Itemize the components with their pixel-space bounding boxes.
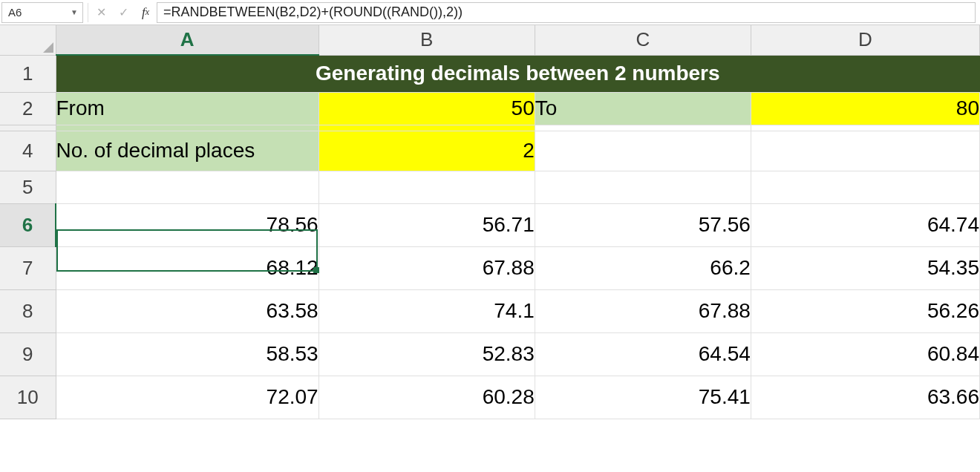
- cell-B9[interactable]: 52.83: [318, 332, 535, 376]
- row-head-10[interactable]: 10: [0, 376, 56, 419]
- cell-D2[interactable]: 80: [751, 92, 979, 125]
- row-2: 2 From 50 To 80: [0, 92, 980, 125]
- cell-C6[interactable]: 57.56: [535, 203, 751, 246]
- cell-B6[interactable]: 56.71: [318, 203, 535, 246]
- cell-B3[interactable]: [318, 125, 535, 131]
- row-4: 4 No. of decimal places 2: [0, 131, 980, 171]
- column-header-row: A B C D: [0, 25, 980, 55]
- cell-A7[interactable]: 68.12: [56, 246, 318, 289]
- enter-icon[interactable]: ✓: [112, 2, 134, 23]
- row-7: 7 68.12 67.88 66.2 54.35: [0, 246, 980, 289]
- spreadsheet-grid: A B C D 1 Generating decimals between 2 …: [0, 25, 980, 419]
- name-box-value: A6: [8, 6, 22, 19]
- cell-C3[interactable]: [535, 125, 751, 131]
- cell-A8[interactable]: 63.58: [56, 289, 318, 332]
- row-head-9[interactable]: 9: [0, 332, 56, 376]
- cell-C4[interactable]: [535, 131, 751, 171]
- cell-C10[interactable]: 75.41: [535, 376, 751, 419]
- grid-table: A B C D 1 Generating decimals between 2 …: [0, 25, 980, 419]
- cell-D3[interactable]: [751, 125, 979, 131]
- cell-A4[interactable]: No. of decimal places: [56, 131, 318, 171]
- cell-C8[interactable]: 67.88: [535, 289, 751, 332]
- cell-A3[interactable]: [56, 125, 318, 131]
- row-head-7[interactable]: 7: [0, 246, 56, 289]
- cell-B2[interactable]: 50: [318, 92, 535, 125]
- select-all-corner[interactable]: [0, 25, 56, 55]
- cell-C2[interactable]: To: [535, 92, 751, 125]
- cell-A9[interactable]: 58.53: [56, 332, 318, 376]
- dropdown-icon[interactable]: ▼: [71, 8, 78, 16]
- row-head-5[interactable]: 5: [0, 171, 56, 203]
- row-10: 10 72.07 60.28 75.41 63.66: [0, 376, 980, 419]
- cell-B5[interactable]: [318, 171, 535, 203]
- cancel-icon[interactable]: ✕: [90, 2, 112, 23]
- cell-D7[interactable]: 54.35: [751, 246, 979, 289]
- cell-A2[interactable]: From: [56, 92, 318, 125]
- col-head-A[interactable]: A: [56, 25, 318, 55]
- formula-text: =RANDBETWEEN(B2,D2)+(ROUND((RAND()),2)): [163, 4, 463, 20]
- separator: [88, 3, 88, 22]
- row-head-6[interactable]: 6: [0, 203, 56, 246]
- cell-D10[interactable]: 63.66: [751, 376, 979, 419]
- cell-C9[interactable]: 64.54: [535, 332, 751, 376]
- cell-D4[interactable]: [751, 131, 979, 171]
- row-5: 5: [0, 171, 980, 203]
- cell-D6[interactable]: 64.74: [751, 203, 979, 246]
- row-9: 9 58.53 52.83 64.54 60.84: [0, 332, 980, 376]
- col-head-D[interactable]: D: [751, 25, 979, 55]
- title-cell[interactable]: Generating decimals between 2 numbers: [56, 55, 979, 92]
- row-6: 6 78.56 56.71 57.56 64.74: [0, 203, 980, 246]
- name-box[interactable]: A6 ▼: [1, 2, 83, 23]
- cell-D5[interactable]: [751, 171, 979, 203]
- formula-bar: A6 ▼ ✕ ✓ fx =RANDBETWEEN(B2,D2)+(ROUND((…: [0, 0, 980, 25]
- cell-B7[interactable]: 67.88: [318, 246, 535, 289]
- row-head-3[interactable]: [0, 125, 56, 131]
- fx-icon[interactable]: fx: [134, 2, 157, 23]
- cell-D9[interactable]: 60.84: [751, 332, 979, 376]
- cell-C5[interactable]: [535, 171, 751, 203]
- cell-C7[interactable]: 66.2: [535, 246, 751, 289]
- title-text: Generating decimals between 2 numbers: [56, 62, 979, 85]
- formula-input[interactable]: =RANDBETWEEN(B2,D2)+(ROUND((RAND()),2)): [157, 2, 976, 23]
- row-3-hidden: [0, 125, 980, 131]
- cell-B10[interactable]: 60.28: [318, 376, 535, 419]
- row-head-8[interactable]: 8: [0, 289, 56, 332]
- row-head-4[interactable]: 4: [0, 131, 56, 171]
- cell-A6[interactable]: 78.56: [56, 203, 318, 246]
- cell-B4[interactable]: 2: [318, 131, 535, 171]
- cell-B8[interactable]: 74.1: [318, 289, 535, 332]
- row-8: 8 63.58 74.1 67.88 56.26: [0, 289, 980, 332]
- cell-D8[interactable]: 56.26: [751, 289, 979, 332]
- col-head-C[interactable]: C: [535, 25, 751, 55]
- row-1: 1 Generating decimals between 2 numbers: [0, 55, 980, 92]
- row-head-2[interactable]: 2: [0, 92, 56, 125]
- cell-A5[interactable]: [56, 171, 318, 203]
- col-head-B[interactable]: B: [318, 25, 535, 55]
- row-head-1[interactable]: 1: [0, 55, 56, 92]
- cell-A10[interactable]: 72.07: [56, 376, 318, 419]
